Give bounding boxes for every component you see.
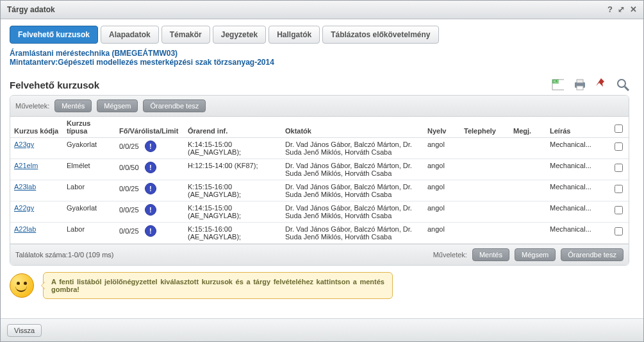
subject-link[interactable]: Áramlástani méréstechnika (BMEGEÁTMW03) <box>10 49 178 58</box>
search-icon[interactable] <box>616 78 629 91</box>
window-title: Tárgy adatok <box>7 1 55 19</box>
save-button-top[interactable]: Mentés <box>54 99 92 112</box>
course-code-link[interactable]: A21elm <box>14 162 38 169</box>
schedule-button-bottom[interactable]: Órarendbe tesz <box>561 248 623 261</box>
tab-5[interactable]: Táblázatos előkövetelmény <box>322 26 438 44</box>
course-desc: Mechanical... <box>546 223 608 244</box>
course-code-link[interactable]: A22lab <box>14 225 36 233</box>
export-xls-icon[interactable]: XLS <box>551 78 564 91</box>
table-row: A21elmElmélet0/0/50 !H:12:15-14:00 (KF87… <box>10 159 629 180</box>
svg-line-7 <box>625 87 629 90</box>
col-note[interactable]: Megj. <box>509 117 546 138</box>
svg-point-6 <box>618 80 625 87</box>
cancel-button-top[interactable]: Mégsem <box>97 99 138 112</box>
course-teachers: Dr. Vad János Gábor, Balczó Márton, Dr. … <box>281 180 424 201</box>
row-checkbox[interactable] <box>615 227 623 235</box>
tab-4[interactable]: Hallgatók <box>268 26 320 44</box>
smiley-icon <box>10 273 34 298</box>
course-site <box>460 180 509 201</box>
col-desc[interactable]: Leírás <box>546 117 608 138</box>
course-time: K:14:15-15:00 (AE_NAGYLAB); <box>184 201 281 223</box>
svg-rect-4 <box>577 80 583 83</box>
section-title: Felvehető kurzusok <box>10 80 551 90</box>
course-desc: Mechanical... <box>546 201 608 223</box>
tab-2[interactable]: Témakör <box>161 26 210 44</box>
course-limit: 0/0/25 ! <box>115 180 184 201</box>
col-site[interactable]: Telephely <box>460 117 509 138</box>
tab-3[interactable]: Jegyzetek <box>213 26 266 44</box>
col-time[interactable]: Órarend inf. <box>184 117 281 138</box>
course-limit: 0/0/50 ! <box>115 159 184 180</box>
exclamation-icon[interactable]: ! <box>145 162 156 173</box>
course-teachers: Dr. Vad János Gábor, Balczó Márton, Dr. … <box>281 201 424 223</box>
select-all-checkbox[interactable] <box>615 124 623 133</box>
course-limit: 0/0/25 ! <box>115 201 184 223</box>
course-site <box>460 223 509 244</box>
course-time: H:12:15-14:00 (KF87); <box>184 159 281 180</box>
pin-icon[interactable] <box>595 78 607 91</box>
row-checkbox[interactable] <box>615 142 623 151</box>
col-code[interactable]: Kurzus kódja <box>10 117 63 138</box>
course-teachers: Dr. Vad János Gábor, Balczó Márton, Dr. … <box>281 138 424 159</box>
course-teachers: Dr. Vad János Gábor, Balczó Márton, Dr. … <box>281 159 424 180</box>
exclamation-icon[interactable]: ! <box>145 183 156 194</box>
course-code-link[interactable]: A23lab <box>14 183 36 191</box>
course-time: K:15:15-16:00 (AE_NAGYLAB); <box>184 223 281 244</box>
exclamation-icon[interactable]: ! <box>145 141 156 152</box>
course-lang: angol <box>424 159 460 180</box>
course-note <box>509 138 546 159</box>
exclamation-icon[interactable]: ! <box>145 225 156 237</box>
course-code-link[interactable]: A23gy <box>14 141 34 148</box>
course-lang: angol <box>424 223 460 244</box>
row-checkbox[interactable] <box>615 164 623 172</box>
svg-text:XLS: XLS <box>553 80 559 83</box>
close-icon[interactable]: ✕ <box>630 1 637 19</box>
course-time: K:15:15-16:00 (AE_NAGYLAB); <box>184 180 281 201</box>
cancel-button-bottom[interactable]: Mégsem <box>515 248 556 261</box>
row-checkbox[interactable] <box>615 206 623 214</box>
course-desc: Mechanical... <box>546 180 608 201</box>
tab-bar: Felvehető kurzusokAlapadatokTémakörJegyz… <box>10 26 633 44</box>
course-note <box>509 201 546 223</box>
course-note <box>509 180 546 201</box>
row-checkbox[interactable] <box>615 185 623 193</box>
schedule-button-top[interactable]: Órarendbe tesz <box>143 99 206 112</box>
course-type: Gyakorlat <box>63 201 115 223</box>
help-icon[interactable]: ? <box>607 1 613 19</box>
course-lang: angol <box>424 180 460 201</box>
course-note <box>509 159 546 180</box>
expand-icon[interactable]: ⤢ <box>618 1 625 19</box>
course-desc: Mechanical... <box>546 138 608 159</box>
back-button[interactable]: Vissza <box>7 324 42 337</box>
svg-rect-5 <box>577 86 583 90</box>
course-type: Labor <box>63 223 115 244</box>
course-note <box>509 223 546 244</box>
save-button-bottom[interactable]: Mentés <box>472 248 509 261</box>
course-teachers: Dr. Vad János Gábor, Balczó Márton, Dr. … <box>281 223 424 244</box>
course-site <box>460 138 509 159</box>
course-lang: angol <box>424 138 460 159</box>
curriculum-label: Mintatanterv:Gépészeti modellezés mester… <box>10 58 274 67</box>
col-limit[interactable]: Fő/Várólista/Limit <box>115 117 184 138</box>
table-row: A22labLabor0/0/25 !K:15:15-16:00 (AE_NAG… <box>10 223 629 244</box>
exclamation-icon[interactable]: ! <box>145 204 156 216</box>
hint-balloon: A fenti listából jelölőnégyzettel kivála… <box>43 272 393 299</box>
table-row: A23labLabor0/0/25 !K:15:15-16:00 (AE_NAG… <box>10 180 629 201</box>
col-teachers[interactable]: Oktatók <box>281 117 424 138</box>
course-time: K:14:15-15:00 (AE_NAGYLAB); <box>184 138 281 159</box>
course-type: Gyakorlat <box>63 138 115 159</box>
course-site <box>460 201 509 223</box>
tab-1[interactable]: Alapadatok <box>101 26 159 44</box>
course-lang: angol <box>424 201 460 223</box>
col-type[interactable]: Kurzus típusa <box>63 117 115 138</box>
course-desc: Mechanical... <box>546 159 608 180</box>
result-count: Találatok száma:1-0/0 (109 ms) <box>15 251 113 259</box>
course-limit: 0/0/25 ! <box>115 223 184 244</box>
course-code-link[interactable]: A22gy <box>14 204 34 212</box>
print-icon[interactable] <box>573 78 586 91</box>
table-row: A22gyGyakorlat0/0/25 !K:14:15-15:00 (AE_… <box>10 201 629 223</box>
course-table: Kurzus kódja Kurzus típusa Fő/Várólista/… <box>10 117 629 244</box>
col-lang[interactable]: Nyelv <box>424 117 460 138</box>
tab-0[interactable]: Felvehető kurzusok <box>10 26 98 44</box>
table-row: A23gyGyakorlat0/0/25 !K:14:15-15:00 (AE_… <box>10 138 629 159</box>
